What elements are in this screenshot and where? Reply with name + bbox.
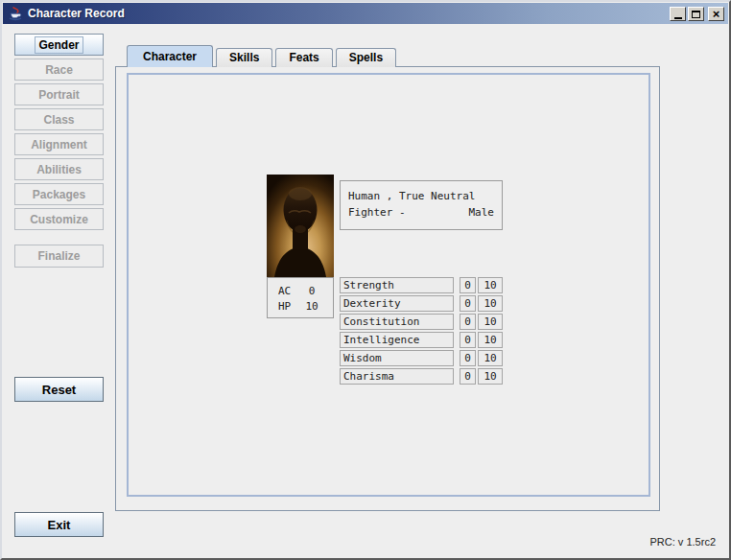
reset-button[interactable]: Reset xyxy=(14,377,104,402)
ability-modifier: 0 xyxy=(460,368,476,385)
hp-label: HP xyxy=(278,300,299,313)
tab-feats[interactable]: Feats xyxy=(275,48,332,67)
ability-modifier: 0 xyxy=(460,295,476,312)
sidebar-button-customize: Customize xyxy=(14,208,104,230)
ability-name: Dexterity xyxy=(340,295,454,312)
maximize-button[interactable] xyxy=(688,7,704,21)
ability-name: Intelligence xyxy=(340,332,454,348)
sidebar-button-finalize-label: Finalize xyxy=(37,249,80,263)
sidebar-button-gender[interactable]: Gender xyxy=(14,34,104,56)
ac-hp-box: AC 0 HP 10 xyxy=(267,277,334,318)
java-logo-icon xyxy=(8,6,23,21)
sidebar-button-class-label: Class xyxy=(43,113,74,127)
sidebar-button-customize-label: Customize xyxy=(30,213,88,226)
exit-button[interactable]: Exit xyxy=(14,512,104,537)
tab-spells-label: Spells xyxy=(349,51,383,64)
window-title: Character Record xyxy=(28,7,125,20)
summary-gender: Male xyxy=(469,206,495,219)
ability-score: 10 xyxy=(478,295,503,312)
ac-value: 0 xyxy=(299,285,324,297)
close-icon: × xyxy=(713,8,720,20)
sidebar: Gender Race Portrait Class Alignment Abi… xyxy=(14,34,104,270)
tab-feats-label: Feats xyxy=(289,51,318,64)
summary-class: Fighter - xyxy=(348,206,406,219)
tab-character-label: Character xyxy=(143,50,197,63)
ability-modifier: 0 xyxy=(460,332,476,348)
minimize-button[interactable] xyxy=(670,7,686,21)
sidebar-button-finalize: Finalize xyxy=(14,245,104,268)
close-button[interactable]: × xyxy=(708,7,724,21)
ability-score: 10 xyxy=(478,332,503,348)
ability-modifier: 0 xyxy=(460,277,476,293)
ability-score: 10 xyxy=(478,368,503,385)
ability-name: Charisma xyxy=(340,368,454,385)
ability-name: Wisdom xyxy=(340,350,454,366)
ac-label: AC xyxy=(278,285,299,297)
sidebar-button-class: Class xyxy=(14,108,104,130)
ability-score: 10 xyxy=(478,277,503,293)
sidebar-button-abilities-label: Abilities xyxy=(36,163,82,176)
ability-score: 10 xyxy=(478,314,503,330)
hp-value: 10 xyxy=(299,300,324,313)
ability-modifier: 0 xyxy=(460,314,476,330)
ability-modifier: 0 xyxy=(460,350,476,366)
summary-race-alignment: Human , True Neutral xyxy=(348,190,494,202)
title-bar[interactable]: Character Record × xyxy=(3,3,728,24)
character-summary-box: Human , True Neutral Fighter - Male xyxy=(340,180,503,230)
window-controls: × xyxy=(670,7,724,21)
sidebar-button-gender-label: Gender xyxy=(35,36,83,54)
sidebar-button-packages: Packages xyxy=(14,183,104,205)
sidebar-button-race-label: Race xyxy=(45,63,73,77)
sidebar-button-portrait: Portrait xyxy=(14,83,104,105)
sidebar-button-alignment: Alignment xyxy=(14,133,104,155)
ability-name: Strength xyxy=(340,277,454,293)
maximize-icon xyxy=(692,11,700,18)
character-record-window: Character Record × Gender Race Portrait … xyxy=(0,0,731,560)
sidebar-button-race: Race xyxy=(14,58,104,81)
tab-bar: Character Skills Feats Spells xyxy=(127,45,396,67)
version-label: PRC: v 1.5rc2 xyxy=(650,536,716,548)
reset-button-label: Reset xyxy=(42,383,76,397)
ability-score: 10 xyxy=(478,350,503,366)
sidebar-button-packages-label: Packages xyxy=(33,188,85,201)
tab-skills[interactable]: Skills xyxy=(216,48,272,67)
tab-spells[interactable]: Spells xyxy=(336,48,396,67)
ability-name: Constitution xyxy=(340,314,454,330)
minimize-icon xyxy=(674,17,682,19)
exit-button-label: Exit xyxy=(48,518,71,532)
sidebar-button-portrait-label: Portrait xyxy=(38,88,80,102)
tab-character[interactable]: Character xyxy=(127,45,213,67)
sidebar-button-alignment-label: Alignment xyxy=(31,138,87,152)
tab-skills-label: Skills xyxy=(229,51,259,64)
character-portrait xyxy=(267,175,334,277)
sidebar-button-abilities: Abilities xyxy=(14,158,104,180)
